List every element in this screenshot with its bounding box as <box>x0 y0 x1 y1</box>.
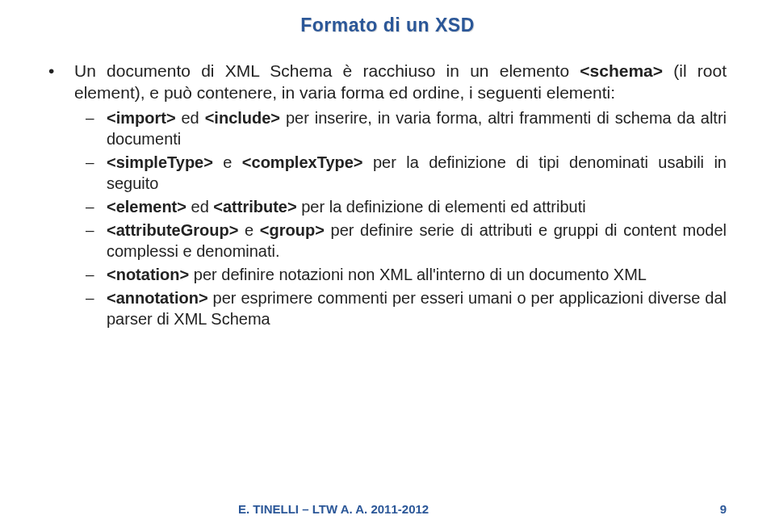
seg: <complexType> <box>242 153 363 171</box>
dash-icon: – <box>86 152 107 194</box>
seg: e <box>238 221 259 239</box>
sub-bullet: – <annotation> per esprimere commenti pe… <box>86 287 727 329</box>
sub-bullet-text: <annotation> per esprimere commenti per … <box>107 287 727 329</box>
sub-bullet-text: <simpleType> e <complexType> per la defi… <box>107 152 727 194</box>
seg: <element> <box>107 198 186 216</box>
seg: <import> <box>107 109 176 127</box>
slide-title: Formato di un XSD <box>48 15 727 36</box>
page-number: 9 <box>720 502 727 516</box>
seg: ed <box>176 109 205 127</box>
content-area: • Un documento di XML Schema è racchiuso… <box>48 61 727 329</box>
main-prefix: Un documento di XML Schema è racchiuso i… <box>74 61 580 80</box>
seg: <simpleType> <box>107 153 213 171</box>
main-bullet-text: Un documento di XML Schema è racchiuso i… <box>74 61 727 104</box>
sub-bullet-text: <notation> per definire notazioni non XM… <box>107 264 727 285</box>
dash-icon: – <box>86 196 107 217</box>
dash-icon: – <box>86 220 107 262</box>
dash-icon: – <box>86 264 107 285</box>
seg: per definire notazioni non XML all'inter… <box>189 266 647 283</box>
sub-bullet: – <import> ed <include> per inserire, in… <box>86 107 727 149</box>
seg: ed <box>186 198 213 216</box>
sub-bullet: – <element> ed <attribute> per la defini… <box>86 196 727 217</box>
sub-bullet: – <simpleType> e <complexType> per la de… <box>86 152 727 194</box>
seg: <group> <box>260 221 325 239</box>
bullet-dot-icon: • <box>48 61 74 104</box>
seg: <include> <box>205 109 280 127</box>
sub-bullets-container: – <import> ed <include> per inserire, in… <box>86 107 727 329</box>
footer-author: E. TINELLI – LTW A. A. 2011-2012 <box>238 502 429 516</box>
dash-icon: – <box>86 287 107 329</box>
seg: <attribute> <box>213 198 296 216</box>
seg: <notation> <box>107 266 189 283</box>
sub-bullet: – <notation> per definire notazioni non … <box>86 264 727 285</box>
dash-icon: – <box>86 107 107 149</box>
main-bullet: • Un documento di XML Schema è racchiuso… <box>48 61 727 104</box>
seg: e <box>213 153 242 171</box>
sub-bullet-text: <import> ed <include> per inserire, in v… <box>107 107 727 149</box>
footer: E. TINELLI – LTW A. A. 2011-2012 9 <box>0 502 775 516</box>
seg: <annotation> <box>107 289 208 307</box>
sub-bullet: – <attributeGroup> e <group> per definir… <box>86 220 727 262</box>
sub-bullet-text: <element> ed <attribute> per la definizi… <box>107 196 727 217</box>
sub-bullet-text: <attributeGroup> e <group> per definire … <box>107 220 727 262</box>
seg: <attributeGroup> <box>107 221 238 239</box>
seg: per la definizione di elementi ed attrib… <box>297 198 586 216</box>
main-tag: <schema> <box>580 61 663 80</box>
